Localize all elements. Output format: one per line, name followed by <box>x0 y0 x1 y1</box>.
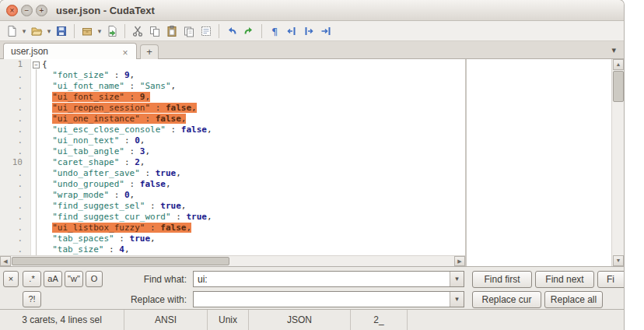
editor-split-pane[interactable] <box>467 59 611 266</box>
line-number[interactable]: . <box>0 135 30 146</box>
cut-icon[interactable] <box>129 23 146 40</box>
unindent-icon[interactable] <box>283 23 300 40</box>
line-number[interactable]: . <box>0 223 30 233</box>
line-number[interactable]: . <box>0 168 30 179</box>
title-bar[interactable]: × − + user.json - CudaText <box>0 0 624 21</box>
find-next-button[interactable]: Find next <box>535 271 594 288</box>
regex-toggle[interactable]: .* <box>23 271 41 287</box>
tab-close-icon[interactable]: × <box>120 45 131 58</box>
statusbar-lexer[interactable]: JSON <box>249 310 351 330</box>
scroll-right-icon[interactable]: ▶ <box>454 256 465 266</box>
statusbar-encoding[interactable]: ANSI <box>124 310 208 330</box>
statusbar-line-endings[interactable]: Unix <box>208 310 249 330</box>
window-minimize-button[interactable]: − <box>21 5 33 16</box>
code-line[interactable]: "find_suggest_sel" : true, <box>42 201 465 212</box>
code-line[interactable]: "undo_after_save" : true, <box>42 168 465 179</box>
code-line[interactable]: "ui_font_size" : 9, <box>42 92 465 103</box>
package-dropdown-icon[interactable]: ▾ <box>96 27 103 35</box>
scroll-left-icon[interactable]: ◀ <box>0 256 11 266</box>
case-sensitive-toggle[interactable]: aA <box>44 271 62 287</box>
new-file-icon[interactable] <box>3 23 20 40</box>
replace-input[interactable] <box>193 291 464 307</box>
reload-file-icon[interactable] <box>103 23 121 40</box>
window-close-button[interactable]: × <box>6 5 18 16</box>
line-number[interactable]: 10 <box>0 157 30 168</box>
open-file-icon[interactable] <box>28 23 45 40</box>
window-maximize-button[interactable]: + <box>36 5 47 16</box>
line-number[interactable]: . <box>0 244 30 255</box>
code-line[interactable]: "tab_spaces" : true, <box>42 233 465 244</box>
code-line[interactable]: "wrap_mode" : 0, <box>42 190 465 201</box>
scroll-up-icon[interactable]: ▲ <box>613 59 624 70</box>
line-number[interactable]: . <box>0 201 30 212</box>
code-line[interactable]: "ui_non_text" : 0, <box>42 135 465 146</box>
package-icon[interactable] <box>79 23 96 40</box>
open-file-dropdown-icon[interactable]: ▾ <box>45 27 53 35</box>
replace-history-dropdown-icon[interactable]: ▾ <box>450 292 464 307</box>
tab-bar: user.json × + ▾ <box>0 41 624 59</box>
line-number[interactable]: 1 <box>0 59 30 70</box>
statusbar-tab-info[interactable]: 2_ <box>351 310 408 330</box>
line-number[interactable]: . <box>0 179 30 190</box>
vertical-scrollbar[interactable]: ▲ ▼ <box>611 59 624 266</box>
replace-with-label: Replace with: <box>105 294 187 305</box>
code-line[interactable]: "ui_one_instance" : false, <box>42 114 465 125</box>
replace-all-button[interactable]: Replace all <box>544 291 603 308</box>
find-history-dropdown-icon[interactable]: ▾ <box>450 272 464 286</box>
find-all-button[interactable]: Fi <box>597 271 624 288</box>
code-line[interactable]: "undo_grouped" : false, <box>42 179 465 190</box>
find-input[interactable] <box>193 271 464 287</box>
code-line[interactable]: "ui_tab_angle" : 3, <box>42 146 465 157</box>
paste-icon[interactable] <box>163 23 180 40</box>
line-number[interactable]: . <box>0 125 30 135</box>
find-first-button[interactable]: Find first <box>472 271 532 288</box>
redo-icon[interactable] <box>240 23 257 40</box>
line-number-gutter[interactable]: 1........10........ <box>0 59 31 255</box>
line-number[interactable]: . <box>0 212 30 223</box>
whole-words-toggle[interactable]: "w" <box>65 271 83 287</box>
select-all-icon[interactable] <box>198 23 215 40</box>
indent-icon[interactable] <box>300 23 317 40</box>
replace-cur-button[interactable]: Replace cur <box>472 291 541 308</box>
tab-label: user.json <box>11 46 48 57</box>
undo-icon[interactable] <box>223 23 240 40</box>
fold-marker-icon[interactable]: − <box>33 61 40 68</box>
code-line[interactable]: "tab_size" : 4, <box>42 244 465 255</box>
find-close-button[interactable]: × <box>3 271 19 287</box>
code-line[interactable]: { <box>42 59 465 70</box>
line-number[interactable]: . <box>0 233 30 244</box>
nonprint-icon[interactable]: ¶ <box>266 23 283 40</box>
code-line[interactable]: "ui_listbox_fuzzy" : false, <box>42 223 465 233</box>
code-line[interactable]: "ui_font_name" : "Sans", <box>42 81 465 92</box>
copy-icon[interactable] <box>146 23 163 40</box>
confirm-replace-toggle[interactable]: ?! <box>23 291 41 307</box>
code-line[interactable]: "find_suggest_cur_word" : true, <box>42 212 465 223</box>
line-number[interactable]: . <box>0 70 30 81</box>
line-number[interactable]: . <box>0 81 30 92</box>
tab-user-json[interactable]: user.json × <box>3 43 137 59</box>
line-number[interactable]: . <box>0 92 30 103</box>
vertical-scroll-thumb[interactable] <box>613 71 624 102</box>
code-line[interactable]: "caret_shape" : 2, <box>42 157 465 168</box>
tab-list-dropdown-icon[interactable]: ▾ <box>611 45 616 55</box>
line-number[interactable]: . <box>0 190 30 201</box>
horizontal-scroll-thumb[interactable] <box>12 257 229 265</box>
fold-column: − <box>32 59 41 255</box>
scroll-down-icon[interactable]: ▼ <box>613 255 624 266</box>
save-icon[interactable] <box>53 23 70 40</box>
horizontal-scrollbar[interactable]: ◀ ▶ <box>0 255 465 266</box>
new-file-dropdown-icon[interactable]: ▾ <box>20 27 28 35</box>
toolbar-separator <box>74 24 75 38</box>
code-line[interactable]: "ui_esc_close_console" : false, <box>42 125 465 135</box>
line-number[interactable]: . <box>0 114 30 125</box>
line-number[interactable]: . <box>0 146 30 157</box>
duplicate-icon[interactable] <box>180 23 198 40</box>
statusbar-selection-info[interactable]: 3 carets, 4 lines sel <box>0 310 124 330</box>
line-number[interactable]: . <box>0 103 30 114</box>
goto-end-icon[interactable] <box>317 23 334 40</box>
code-line[interactable]: "ui_reopen_session" : false, <box>42 103 465 114</box>
code-area[interactable]: { "font_size" : 9, "ui_font_name" : "San… <box>42 59 465 255</box>
new-tab-button[interactable]: + <box>140 44 159 59</box>
wrapped-search-toggle[interactable]: O <box>86 271 103 287</box>
code-line[interactable]: "font_size" : 9, <box>42 70 465 81</box>
